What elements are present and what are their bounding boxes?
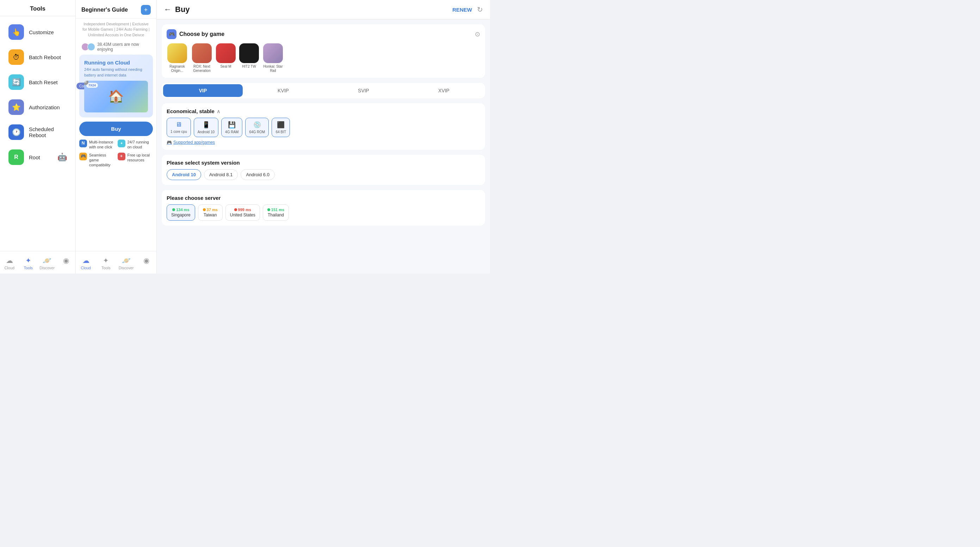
server-thailand[interactable]: 151 ms Thailand <box>263 204 289 221</box>
honkai-thumb <box>263 43 283 63</box>
config-1core[interactable]: 🖥 1 core cpu <box>167 118 191 137</box>
tab-vip[interactable]: VIP <box>163 84 243 97</box>
footer-tab-cloud[interactable]: ☁ Cloud <box>0 254 19 272</box>
middle-footer-robot[interactable]: ◉ <box>136 254 156 272</box>
config-64bit[interactable]: ⬛ 64 BIT <box>272 118 290 137</box>
us-ping: 999 ms <box>234 207 251 212</box>
robot-icon: ◉ <box>63 256 69 265</box>
thailand-ping: 151 ms <box>267 207 284 212</box>
rom-icon: 💿 <box>253 121 261 129</box>
banner-desc: 24H auto farming without needing battery… <box>84 67 148 78</box>
taiwan-ping-dot <box>203 208 206 211</box>
middle-footer-tools[interactable]: ✦ Tools <box>96 254 116 272</box>
taiwan-ping: 37 ms <box>203 207 218 212</box>
game-honkai[interactable]: Honkai: Star Rail <box>262 43 283 73</box>
tools-list: 👆 Customize ⏱ Batch Reboot 🔄 Batch Reset… <box>0 16 75 251</box>
config-android10[interactable]: 📱 Android 10 <box>194 118 218 137</box>
thailand-name: Thailand <box>268 212 284 217</box>
banner-image: 7X24 ✕ 🏠 <box>84 81 148 112</box>
rox-thumb <box>192 43 212 63</box>
refresh-button[interactable]: ↻ <box>477 5 483 14</box>
tools-header: Tools <box>0 0 75 16</box>
middle-panel: Beginner's Guide + Independent Developme… <box>76 0 157 273</box>
taiwan-ping-value: 37 ms <box>207 207 218 212</box>
middle-discover-label: Discover <box>119 266 134 270</box>
seal-thumb <box>216 43 235 63</box>
vip-tabs: VIP KVIP SVIP XVIP <box>162 83 485 98</box>
tool-root[interactable]: R Root 🤖 <box>3 145 73 169</box>
choose-game-title-row: 🎮 Choose by game <box>167 29 224 39</box>
bit-label: 64 BIT <box>276 130 286 134</box>
game-rox[interactable]: ROX: Next Generation <box>191 43 212 73</box>
version-options: Android 10 Android 8.1 Android 6.0 <box>167 169 480 180</box>
hit2-name: HIT2 TW <box>242 64 256 69</box>
version-android60[interactable]: Android 6.0 <box>240 169 275 180</box>
rom-label: 64G ROM <box>249 130 265 134</box>
buy-content: 🎮 Choose by game ⊙ Ragnarok Origin... RO… <box>157 19 490 273</box>
config-collapse-icon[interactable]: ∧ <box>216 108 220 114</box>
version-android81[interactable]: Android 8.1 <box>204 169 238 180</box>
choose-game-expand[interactable]: ⊙ <box>475 30 480 38</box>
config-4gram[interactable]: 💾 4G RAM <box>221 118 242 137</box>
server-taiwan[interactable]: 37 ms Taiwan <box>198 204 223 221</box>
middle-footer: ☁ Cloud ✦ Tools 🪐 Discover ◉ <box>76 251 156 273</box>
guide-avatars <box>81 43 95 51</box>
tab-kvip[interactable]: KVIP <box>243 84 323 97</box>
guide-header: Beginner's Guide + <box>76 0 156 19</box>
cpu-icon: 🖥 <box>175 121 182 128</box>
footer-tab-discover[interactable]: 🪐 Discover <box>38 254 57 272</box>
tab-xvip[interactable]: XVIP <box>404 84 484 97</box>
middle-footer-discover[interactable]: 🪐 Discover <box>116 254 136 272</box>
singapore-ping: 134 ms <box>172 207 189 212</box>
game-hit2[interactable]: HIT2 TW <box>239 43 259 73</box>
footer-tab-tools[interactable]: ✦ Tools <box>19 254 38 272</box>
back-button[interactable]: ← <box>164 5 172 14</box>
tab-svip[interactable]: SVIP <box>324 84 403 97</box>
feature-free-resources: + Free up local resources <box>118 153 153 168</box>
renew-button[interactable]: RENEW <box>452 7 472 13</box>
middle-tools-icon: ✦ <box>103 256 109 265</box>
middle-discover-icon: 🪐 <box>122 256 131 265</box>
customize-label: Customize <box>29 29 54 35</box>
guide-users: 38.43M users are now enjoying <box>76 40 156 55</box>
tool-batch-reset[interactable]: 🔄 Batch Reset <box>3 70 73 94</box>
discover-icon: 🪐 <box>43 256 51 265</box>
thailand-ping-dot <box>267 208 270 211</box>
cpu-label: 1 core cpu <box>170 130 187 134</box>
android-icon: 📱 <box>202 121 210 129</box>
game-compat-icon: 🎮 <box>79 153 87 160</box>
footer-tab-robot[interactable]: ◉ <box>57 254 76 272</box>
guide-plus-button[interactable]: + <box>141 5 151 15</box>
batch-reset-label: Batch Reset <box>29 79 58 85</box>
middle-cloud-icon: ☁ <box>83 256 89 265</box>
server-us[interactable]: 999 ms United States <box>226 204 260 221</box>
server-title: Please choose server <box>167 195 480 201</box>
tools-icon: ✦ <box>25 256 31 265</box>
game-ragnarok[interactable]: Ragnarok Origin... <box>167 43 188 73</box>
cloud-icon: ☁ <box>6 256 13 265</box>
tool-batch-reboot[interactable]: ⏱ Batch Reboot <box>3 45 73 69</box>
supported-link[interactable]: 🎮 Supported app/games <box>167 140 480 145</box>
rox-name: ROX: Next Generation <box>191 64 212 73</box>
discover-tab-label: Discover <box>40 266 55 270</box>
ram-icon: 💾 <box>228 121 235 129</box>
version-android10[interactable]: Android 10 <box>167 169 201 180</box>
avatar-2 <box>88 43 95 51</box>
buy-button[interactable]: Buy <box>79 121 153 136</box>
feature-247-text: 24/7 running on cloud <box>127 140 153 150</box>
taiwan-name: Taiwan <box>204 212 216 217</box>
banner-title: Running on Cloud <box>84 59 148 65</box>
feature-game-compat-text: Seamless game compatibility <box>89 153 115 168</box>
tool-scheduled-reboot[interactable]: 🕐 Scheduled Reboot <box>3 120 73 144</box>
bit-icon: ⬛ <box>277 121 285 129</box>
feature-multi-instance-text: Multi-Instance with one click <box>89 140 115 150</box>
server-singapore[interactable]: 134 ms Singapore <box>167 204 195 221</box>
hit2-thumb <box>239 43 259 63</box>
config-64rom[interactable]: 💿 64G ROM <box>245 118 269 137</box>
game-seal[interactable]: Seal M <box>216 43 235 73</box>
scheduled-reboot-icon: 🕐 <box>8 124 24 140</box>
choose-game-header: 🎮 Choose by game ⊙ <box>167 29 480 39</box>
middle-footer-cloud[interactable]: ☁ Cloud <box>76 254 96 272</box>
tool-authorization[interactable]: ⭐ Authorization <box>3 95 73 119</box>
tool-customize[interactable]: 👆 Customize <box>3 20 73 44</box>
